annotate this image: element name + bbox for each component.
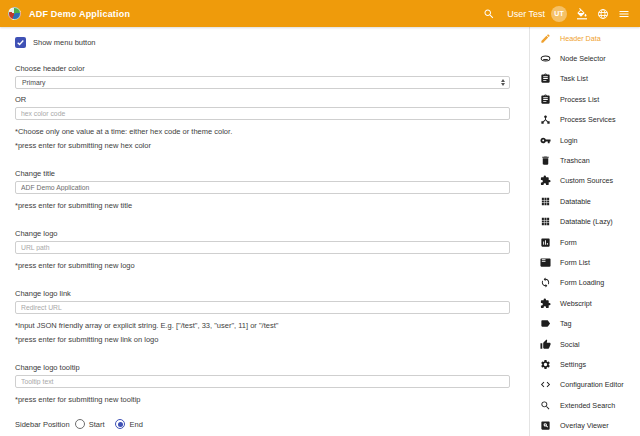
hex-color-input[interactable] [15,107,510,120]
app-header: ADF Demo Application User Test UT [0,0,640,27]
hamburger-menu-icon[interactable] [618,8,630,20]
sidebar-item-login[interactable]: Login [530,130,640,150]
change-logo-tooltip-label: Change logo tooltip [15,363,510,372]
sidebar-item-form-loading[interactable]: Form Loading [530,273,640,293]
logo-url-input[interactable] [15,241,510,254]
sidebar-position-start-option[interactable]: Start [75,419,105,429]
sidebar-position-end-option[interactable]: End [115,419,142,429]
pageview-icon [540,420,551,431]
sidebar-item-form-list[interactable]: Form List [530,252,640,272]
edit-pencil-icon [540,33,551,44]
sidebar-position-label: Sidebar Position [15,420,70,429]
trash-icon [540,155,551,166]
logo-link-note-2: *press enter for submitting new link on … [15,335,510,344]
logo-note: *press enter for submitting new logo [15,261,510,270]
thumb-up-icon [540,339,551,350]
sidebar-item-datatable-lazy[interactable]: Datatable (Lazy) [530,212,640,232]
puzzle-icon [540,175,551,186]
search-icon[interactable] [483,8,495,20]
radio-start-icon[interactable] [75,419,85,429]
app-window: ADF Demo Application User Test UT Show m… [0,0,640,436]
header-color-select[interactable]: Primary [15,76,510,89]
sidebar-item-process-services[interactable]: Process Services [530,110,640,130]
key-icon [540,135,551,146]
logo-tooltip-input[interactable] [15,375,510,388]
app-title: ADF Demo Application [29,9,130,19]
attachment-icon [540,53,551,64]
grid-icon [540,216,551,227]
hex-note-2: *press enter for submitting new hex colo… [15,141,510,150]
sidebar-item-webscript[interactable]: Webscript [530,293,640,313]
hex-note-1: *Choose only one value at a time: either… [15,127,510,136]
title-note: *press enter for submitting new title [15,201,510,210]
code-icon [540,379,551,390]
sidebar-item-datatable[interactable]: Datatable [530,191,640,211]
radio-end-label: End [129,420,142,429]
sidebar-item-configuration-editor[interactable]: Configuration Editor [530,375,640,395]
radio-start-label: Start [89,420,105,429]
bar-chart-icon [540,237,551,248]
change-title-label: Change title [15,169,510,178]
logo-link-input[interactable] [15,301,510,314]
clipboard-icon [540,73,551,84]
app-logo-icon[interactable] [8,7,21,20]
header-color-selected-value: Primary [22,79,501,86]
gear-icon [540,359,551,370]
sidebar-item-settings[interactable]: Settings [530,354,640,374]
loop-icon [540,277,551,288]
show-menu-checkbox[interactable] [15,37,26,48]
radio-end-icon[interactable] [115,419,125,429]
header-color-label: Choose header color [15,64,510,73]
or-label: OR [15,95,510,104]
sidebar-item-trashcan[interactable]: Trashcan [530,150,640,170]
header-data-form: Show menu button Choose header color Pri… [0,27,529,436]
change-logo-link-label: Change logo link [15,289,510,298]
sidebar-item-form[interactable]: Form [530,232,640,252]
select-stepper-icon [501,79,505,86]
sidebar-item-extended-search[interactable]: Extended Search [530,395,640,415]
sidebar-item-tag[interactable]: Tag [530,313,640,333]
clipboard-icon [540,94,551,105]
search-icon [540,400,551,411]
title-input[interactable] [15,181,510,194]
sidebar-item-task-list[interactable]: Task List [530,69,640,89]
sidebar-item-process-list[interactable]: Process List [530,89,640,109]
grid-icon [540,196,551,207]
sidebar-position-group: Sidebar Position Start End [15,419,510,429]
change-logo-label: Change logo [15,229,510,238]
sidebar-item-header-data[interactable]: Header Data [530,28,640,48]
tooltip-note: *press enter for submitting new tooltip [15,395,510,404]
sidebar-item-overlay-viewer[interactable]: Overlay Viewer [530,415,640,435]
tag-icon [540,318,551,329]
device-hub-icon [540,114,551,125]
form-list-icon [540,257,551,268]
logo-link-note-1: *Input JSON friendly array or explicit s… [15,321,510,330]
puzzle-icon [540,298,551,309]
sidebar-item-social[interactable]: Social [530,334,640,354]
show-menu-checkbox-label: Show menu button [33,38,96,47]
avatar[interactable]: UT [551,6,567,22]
color-fill-icon[interactable] [576,8,588,20]
user-name: User Test [507,9,545,19]
sidebar-item-custom-sources[interactable]: Custom Sources [530,171,640,191]
language-globe-icon[interactable] [597,8,609,20]
sidebar-nav: Header Data Node Selector Task List Proc… [529,27,640,436]
sidebar-item-node-selector[interactable]: Node Selector [530,48,640,68]
